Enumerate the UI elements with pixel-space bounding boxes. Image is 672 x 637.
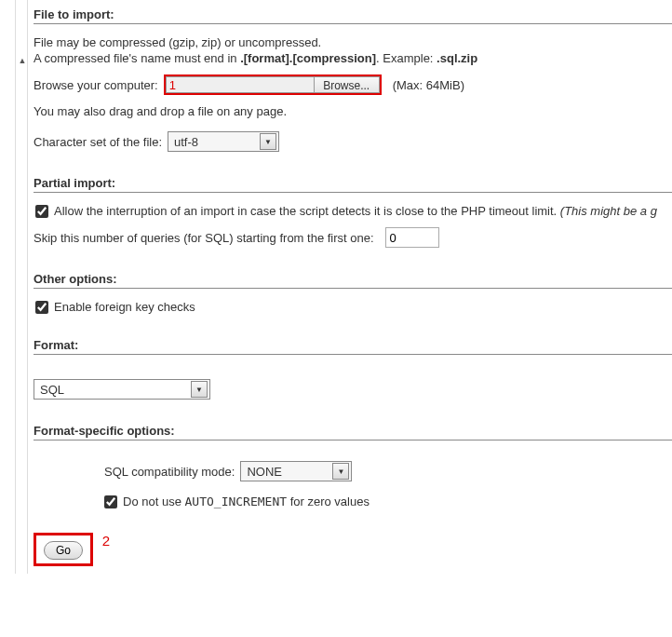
go-button[interactable]: Go (44, 541, 83, 560)
max-size-label: (Max: 64MiB) (393, 78, 464, 92)
format-section: Format: SQL ▼ (34, 338, 672, 400)
charset-value: utf-8 (174, 135, 198, 149)
submit-row: Go 2 (34, 533, 672, 566)
format-specific-section: Format-specific options: SQL compatibili… (34, 424, 672, 508)
sql-compat-select[interactable]: NONE ▼ (240, 461, 352, 481)
allow-interruption-checkbox[interactable] (35, 205, 48, 218)
file-to-import-section: File to import: File may be compressed (… (34, 7, 672, 152)
no-auto-increment-label: Do not use AUTO_INCREMENT for zero value… (123, 495, 370, 508)
partial-import-heading: Partial import: (34, 176, 672, 193)
format-select[interactable]: SQL ▼ (34, 379, 210, 400)
other-options-section: Other options: Enable foreign key checks (34, 272, 672, 314)
charset-label: Character set of the file: (34, 135, 162, 149)
format-heading: Format: (34, 338, 672, 355)
auto-increment-code: AUTO_INCREMENT (185, 495, 288, 508)
no-auto-b: for zero values (287, 495, 370, 508)
annotation-2: 2 (102, 533, 110, 549)
compress-info-line1: File may be compressed (gzip, zip) or un… (34, 35, 672, 49)
allow-interruption-text: Allow the interruption of an import in c… (54, 204, 560, 218)
compress-example: .sql.zip (437, 51, 477, 65)
foreign-key-label: Enable foreign key checks (54, 300, 195, 314)
browse-button[interactable]: Browse... (315, 76, 380, 93)
go-button-highlight: Go (34, 533, 93, 566)
skip-queries-label: Skip this number of queries (for SQL) st… (34, 231, 374, 245)
sql-compat-label: SQL compatibility mode: (104, 465, 235, 479)
file-input-group[interactable]: 1 Browse... (164, 75, 382, 95)
file-path-field[interactable]: 1 (166, 76, 315, 93)
foreign-key-checkbox[interactable] (35, 301, 48, 314)
compress-info-line2: A compressed file's name must end in .[f… (34, 51, 672, 65)
other-options-heading: Other options: (34, 272, 672, 289)
chevron-down-icon: ▼ (260, 133, 276, 150)
partial-import-section: Partial import: Allow the interruption o… (34, 176, 672, 248)
chevron-down-icon: ▼ (191, 381, 208, 398)
vertical-scrollbar[interactable]: ▲ ▼ (15, 0, 28, 574)
file-to-import-heading: File to import: (34, 7, 672, 24)
charset-select[interactable]: utf-8 ▼ (168, 131, 279, 152)
format-compression-pattern: .[format].[compression] (240, 51, 376, 65)
browse-label: Browse your computer: (34, 78, 158, 92)
no-auto-a: Do not use (123, 495, 185, 508)
format-value: SQL (40, 383, 64, 397)
compress-info-line2a: A compressed file's name must end in (34, 51, 240, 65)
chevron-down-icon: ▼ (332, 463, 349, 480)
allow-interruption-label: Allow the interruption of an import in c… (54, 204, 657, 218)
scroll-up-arrow-icon[interactable]: ▲ (18, 56, 27, 65)
compress-info-line2b: . Example: (376, 51, 437, 65)
no-auto-increment-checkbox[interactable] (104, 495, 117, 508)
allow-interruption-hint: (This might be a g (560, 204, 657, 218)
drag-drop-hint: You may also drag and drop a file on any… (34, 104, 672, 118)
skip-queries-input[interactable] (385, 227, 439, 248)
sql-compat-value: NONE (247, 465, 282, 479)
format-specific-heading: Format-specific options: (34, 424, 672, 440)
